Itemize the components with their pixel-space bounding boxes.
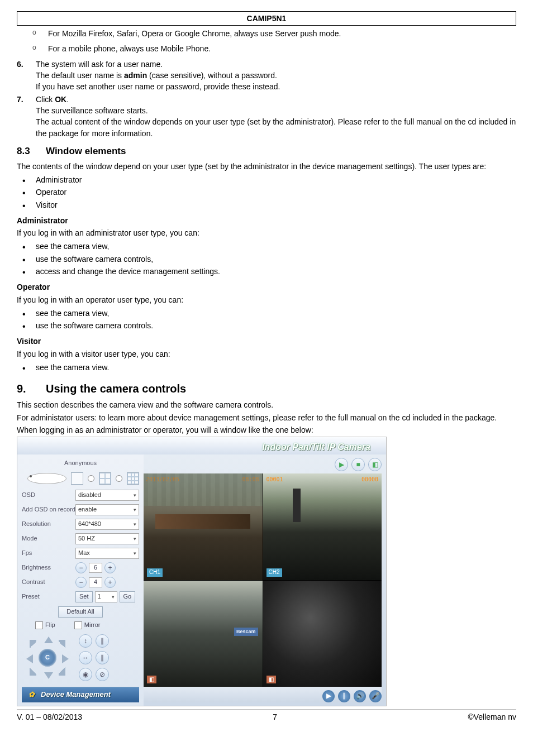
- vpatrol-icon[interactable]: ↕: [79, 634, 92, 648]
- subheading: Operator: [17, 281, 516, 293]
- subheading: Administrator: [17, 215, 516, 226]
- radio-layout-4[interactable]: [88, 475, 94, 482]
- feed-1[interactable]: 2013/02/0508:08 CH1: [144, 473, 263, 580]
- footer-page-number: 7: [273, 711, 277, 722]
- io-on-icon[interactable]: ◉: [79, 668, 92, 681]
- heading-9: 9.Using the camera controls: [17, 381, 516, 397]
- paragraph: If you log in with an operator user type…: [17, 294, 516, 305]
- preset-set-button[interactable]: Set: [75, 591, 93, 602]
- preset-select[interactable]: 1: [95, 591, 117, 602]
- gear-icon: ✿: [26, 690, 36, 700]
- hpatrol-stop-icon[interactable]: ∥: [96, 651, 109, 664]
- section-title: Window elements: [46, 146, 126, 156]
- ptz-up-left[interactable]: [30, 640, 36, 650]
- step-text: If you have set another user name or pas…: [36, 82, 280, 91]
- device-management-bar[interactable]: ✿ Device Management: [22, 687, 139, 702]
- bullet-item: see the camera view,: [36, 308, 516, 319]
- flip-checkbox[interactable]: Flip: [35, 621, 55, 630]
- layout-selector: [22, 471, 139, 488]
- preset-go-button[interactable]: Go: [120, 591, 136, 602]
- feed-2-tag: CH2: [266, 568, 282, 577]
- vpatrol-stop-icon[interactable]: ∥: [96, 634, 109, 648]
- footer-copyright: ©Velleman nv: [468, 711, 516, 722]
- ptz-down[interactable]: [44, 672, 53, 679]
- resolution-select[interactable]: 640*480: [75, 519, 139, 530]
- bullet-item: use the software camera controls.: [36, 320, 516, 331]
- contrast-label: Contrast: [22, 578, 75, 587]
- step-number: 6.: [17, 59, 23, 70]
- bullet-item: access and change the device management …: [36, 266, 516, 277]
- radio-layout-1[interactable]: [27, 473, 66, 484]
- layout-9-icon[interactable]: [127, 472, 139, 485]
- step-number: 7.: [17, 94, 23, 105]
- snapshot-icon[interactable]: ◧: [368, 458, 382, 471]
- sub-bullet: For Mozilla Firefox, Safari, Opera or Go…: [48, 28, 516, 39]
- feed-3-sign: Bescam: [234, 628, 258, 636]
- feed-4[interactable]: ◧: [263, 581, 382, 687]
- radio-layout-9[interactable]: [116, 475, 122, 482]
- mode-select[interactable]: 50 HZ: [75, 533, 139, 544]
- page-footer: V. 01 – 08/02/2013 7 ©Velleman nv: [17, 710, 516, 722]
- bullet-item: Operator: [36, 186, 516, 198]
- addosd-label: Add OSD on record: [22, 505, 75, 514]
- ptz-right[interactable]: [62, 654, 69, 663]
- ptz-left[interactable]: [26, 654, 33, 663]
- subheading: Visitor: [17, 336, 516, 347]
- heading-8-3: 8.3Window elements: [17, 145, 516, 159]
- ptz-up[interactable]: [44, 637, 53, 643]
- app-title: Indoor Pan/Tilt IP Camera: [17, 437, 386, 454]
- pause-icon[interactable]: ∥: [338, 690, 350, 702]
- ptz-up-right[interactable]: [59, 640, 65, 650]
- viewer: ▶ ■ ◧ 2013/02/0508:08 CH1 0000100000 CH2…: [144, 454, 386, 706]
- video-grid: 2013/02/0508:08 CH1 0000100000 CH2 Besca…: [144, 473, 382, 687]
- bullet-item: use the software camera controls,: [36, 253, 516, 265]
- default-all-button[interactable]: Default All: [58, 606, 103, 618]
- step-text: Click: [36, 95, 55, 104]
- paragraph: When logging in as an administrator or o…: [17, 425, 313, 434]
- hpatrol-icon[interactable]: ↔: [79, 651, 92, 664]
- feed-1-tag: CH1: [147, 568, 163, 577]
- osd-label: OSD: [22, 491, 75, 500]
- mirror-checkbox[interactable]: Mirror: [74, 621, 101, 630]
- play-icon[interactable]: ▶: [335, 458, 348, 471]
- layout-1-icon[interactable]: [71, 472, 83, 485]
- audio-icon[interactable]: 🔊: [354, 690, 366, 702]
- record-icon[interactable]: ▶: [322, 690, 335, 702]
- ptz-down-left[interactable]: [30, 666, 36, 676]
- feed-2[interactable]: 0000100000 CH2: [263, 473, 382, 580]
- ptz-center[interactable]: C: [39, 649, 56, 667]
- io-off-icon[interactable]: ⊘: [96, 668, 109, 681]
- contrast-minus[interactable]: −: [75, 577, 87, 588]
- flip-label: Flip: [45, 621, 55, 628]
- bullet-item: Administrator: [36, 174, 516, 185]
- device-management-label: Device Management: [41, 690, 111, 700]
- sidebar: Anonymous OSDdisabled Add OSD on recorde…: [17, 454, 144, 706]
- step-text-bold: admin: [124, 71, 147, 80]
- feed-timestamp: 00001: [266, 476, 283, 484]
- layout-4-icon[interactable]: [99, 472, 111, 485]
- mic-icon[interactable]: 🎤: [369, 690, 382, 702]
- app-screenshot: Indoor Pan/Tilt IP Camera Anonymous OSDd…: [17, 437, 387, 706]
- step-text-bold: OK: [55, 95, 66, 104]
- osd-select[interactable]: disabled: [75, 490, 139, 501]
- stop-icon[interactable]: ■: [351, 458, 365, 471]
- mirror-label: Mirror: [84, 621, 101, 628]
- bullet-item: see the camera view,: [36, 241, 516, 252]
- addosd-select[interactable]: enable: [75, 504, 139, 515]
- step-6: 6. The system will ask for a user name. …: [36, 59, 516, 93]
- paragraph: If you log in with a visitor user type, …: [17, 348, 516, 360]
- section-title: Using the camera controls: [46, 382, 186, 395]
- brightness-minus[interactable]: −: [75, 562, 87, 573]
- contrast-plus[interactable]: +: [104, 577, 116, 588]
- paragraph: This section describes the camera view a…: [17, 399, 516, 410]
- step-7: 7. Click OK. The surveillance software s…: [36, 94, 516, 139]
- ptz-down-right[interactable]: [59, 666, 65, 676]
- fps-label: Fps: [22, 549, 75, 558]
- step-text: The system will ask for a user name.: [36, 60, 163, 69]
- fps-select[interactable]: Max: [75, 548, 139, 559]
- user-label: Anonymous: [22, 458, 139, 471]
- feed-3[interactable]: Bescam ◧: [144, 581, 263, 687]
- brightness-plus[interactable]: +: [104, 562, 116, 573]
- preset-label: Preset: [22, 592, 75, 601]
- step-text: .: [66, 95, 69, 104]
